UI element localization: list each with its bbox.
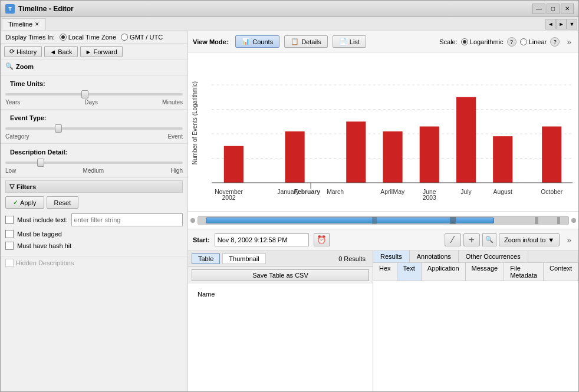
bar-july[interactable] <box>456 97 476 183</box>
bar-june[interactable] <box>420 127 439 183</box>
linear-help-button[interactable]: ? <box>550 37 560 47</box>
tab-close-icon[interactable]: ✕ <box>35 21 40 27</box>
timeline-bar <box>188 212 578 229</box>
maximize-button[interactable]: □ <box>547 4 560 14</box>
must-have-hash-checkbox[interactable] <box>5 242 14 250</box>
hidden-descriptions-row: Hidden Descriptions <box>1 256 187 269</box>
y-axis-label: Number of Events (Logarithmic) <box>192 81 198 164</box>
other-occurrences-tab[interactable]: Other Occurrences <box>459 251 528 262</box>
must-include-input[interactable] <box>71 213 183 226</box>
bar-october[interactable] <box>542 127 561 183</box>
time-units-track <box>5 93 183 95</box>
results-count: 0 Results <box>338 255 369 262</box>
more-options-sm-icon[interactable]: » <box>564 235 574 245</box>
history-icon: ⟳ <box>9 48 15 55</box>
more-options-icon[interactable]: » <box>564 37 574 47</box>
time-units-min-label: Years <box>5 99 20 106</box>
local-time-label: Local Time Zone <box>68 34 116 41</box>
event-type-min-label: Category <box>5 133 29 140</box>
desc-detail-thumb[interactable] <box>37 159 44 167</box>
svg-text:July: July <box>460 189 472 195</box>
svg-text:June: June <box>423 189 436 195</box>
results-detail-tab[interactable]: Results <box>373 251 410 262</box>
counts-label: Counts <box>252 38 273 45</box>
local-time-radio[interactable]: Local Time Zone <box>60 34 116 41</box>
message-tab[interactable]: Message <box>466 263 505 281</box>
counts-view-button[interactable]: 📊 Counts <box>235 35 279 48</box>
close-button[interactable]: ✕ <box>561 4 574 14</box>
start-input[interactable] <box>215 233 309 246</box>
zoom-dropdown-arrow: ▼ <box>548 236 554 243</box>
logarithmic-help-button[interactable]: ? <box>507 37 517 47</box>
text-tab[interactable]: Text <box>397 263 422 281</box>
detail-tabs-top: Results Annotations Other Occurrences <box>373 251 578 263</box>
must-include-checkbox[interactable] <box>5 216 14 224</box>
apply-button[interactable]: ✓ Apply <box>5 196 44 209</box>
table-tab[interactable]: Table <box>192 253 220 264</box>
zoom-out-button[interactable]: ∕ <box>445 233 461 246</box>
event-type-slider-container: Category Event <box>5 127 183 140</box>
calendar-icon: ⏰ <box>317 235 327 244</box>
detail-panel: Results Annotations Other Occurrences He… <box>373 251 578 391</box>
chart-area: Number of Events (Logarithmic) <box>188 52 578 212</box>
hex-tab[interactable]: Hex <box>373 263 397 281</box>
svg-text:May: May <box>393 189 405 195</box>
must-have-hash-row: Must have hash hit <box>5 242 183 250</box>
svg-text:August: August <box>494 189 512 195</box>
back-button[interactable]: ◄ Back <box>44 46 77 57</box>
zoom-header[interactable]: 🔍 Zoom <box>5 62 183 70</box>
zoom-search-button[interactable]: 🔍 <box>482 233 496 246</box>
svg-text:March: March <box>327 189 344 195</box>
bottom-area: Table Thumbnail 0 Results Save Table as … <box>188 251 578 391</box>
save-csv-button[interactable]: Save Table as CSV <box>192 269 369 281</box>
zoom-icon: 🔍 <box>5 62 14 70</box>
timeline-tab[interactable]: Timeline ✕ <box>2 18 46 30</box>
application-tab[interactable]: Application <box>422 263 466 281</box>
annotations-tab[interactable]: Annotations <box>410 251 459 262</box>
bar-august[interactable] <box>493 136 512 183</box>
forward-label: Forward <box>93 48 117 55</box>
nav-buttons: ⟳ History ◄ Back ► Forward <box>1 44 187 60</box>
bar-may[interactable] <box>383 131 402 183</box>
minimize-button[interactable]: — <box>532 4 545 14</box>
file-metadata-tab[interactable]: File Metadata <box>504 263 544 281</box>
tab-nav-right[interactable]: ► <box>556 19 567 29</box>
title-bar-controls: — □ ✕ <box>532 4 574 14</box>
event-type-thumb[interactable] <box>55 124 62 133</box>
detail-subtabs: Hex Text Application Message File Metada… <box>373 263 578 281</box>
zoom-controls: ∕ + 🔍 Zoom in/out to ▼ <box>445 233 560 246</box>
tab-nav-menu[interactable]: ▼ <box>567 19 577 29</box>
time-units-label: Time Units: <box>5 78 183 90</box>
zoom-in-button[interactable]: + <box>463 233 480 246</box>
title-bar: T Timeline - Editor — □ ✕ <box>1 1 578 17</box>
bar-april[interactable] <box>346 121 366 183</box>
zoom-dropdown-button[interactable]: Zoom in/out to ▼ <box>499 233 560 246</box>
bar-february[interactable] <box>285 131 304 183</box>
history-button[interactable]: ⟳ History <box>4 46 42 57</box>
bar-november[interactable] <box>224 146 244 183</box>
must-have-hash-label: Must have hash hit <box>17 242 71 249</box>
must-be-tagged-checkbox[interactable] <box>5 230 14 238</box>
hidden-desc-label: Hidden Descriptions <box>16 259 74 266</box>
details-view-button[interactable]: 📋 Details <box>284 35 328 48</box>
gmt-radio[interactable]: GMT / UTC <box>121 34 163 41</box>
time-units-thumb[interactable] <box>81 90 88 98</box>
forward-button[interactable]: ► Forward <box>80 46 123 57</box>
calendar-button[interactable]: ⏰ <box>314 233 330 246</box>
thumbnail-tab[interactable]: Thumbnail <box>222 253 265 264</box>
logarithmic-label: Logarithmic <box>470 38 504 45</box>
timeline-scrollbar[interactable] <box>198 216 569 225</box>
desc-detail-mid-label: Medium <box>83 167 104 174</box>
app-icon: T <box>5 4 15 14</box>
tab-nav-left[interactable]: ◄ <box>545 19 556 29</box>
left-panel: Display Times In: Local Time Zone GMT / … <box>1 31 188 391</box>
filters-header[interactable]: ▽ Filters <box>5 180 183 193</box>
list-view-button[interactable]: 📄 List <box>333 35 366 48</box>
context-tab[interactable]: Context <box>544 263 578 281</box>
reset-button[interactable]: Reset <box>47 196 79 209</box>
logarithmic-radio[interactable]: Logarithmic <box>461 38 504 45</box>
display-times-row: Display Times In: Local Time Zone GMT / … <box>1 31 187 44</box>
linear-radio-circle <box>520 38 527 45</box>
svg-text:October: October <box>541 189 562 195</box>
linear-radio[interactable]: Linear <box>520 38 547 45</box>
